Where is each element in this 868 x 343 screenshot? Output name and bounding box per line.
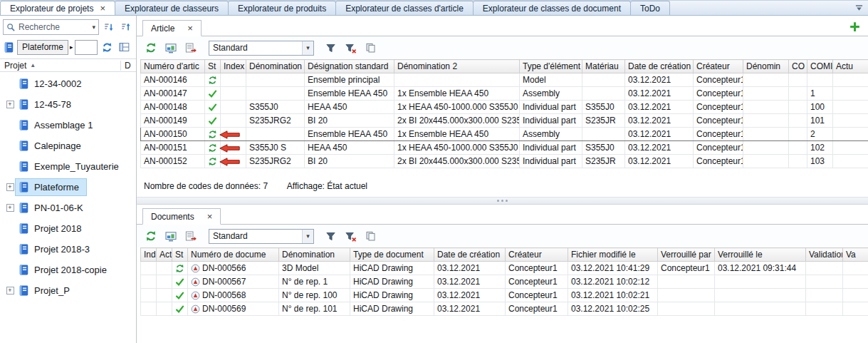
- tab-documents[interactable]: Documents ×: [142, 208, 221, 225]
- tree-item-body[interactable]: 12-34-0002: [16, 76, 89, 92]
- tree-item[interactable]: +Projet_P: [0, 280, 136, 301]
- expand-plus-icon[interactable]: +: [6, 204, 14, 212]
- column-header[interactable]: Verrouillé par: [658, 248, 715, 262]
- clear-filter-icon[interactable]: [343, 40, 358, 56]
- result-list-icon[interactable]: [163, 228, 179, 244]
- expander-icon[interactable]: +: [4, 204, 16, 212]
- tree-item-body[interactable]: Assemblage 1: [16, 117, 100, 133]
- column-header[interactable]: Date de création: [625, 60, 694, 73]
- tree-item[interactable]: Projet 2018-3: [0, 239, 136, 260]
- structure-view-icon[interactable]: [117, 40, 132, 55]
- tree-item[interactable]: Projet 2018: [0, 218, 136, 239]
- column-header[interactable]: Dénomination: [279, 248, 350, 262]
- result-list-icon[interactable]: [163, 40, 179, 56]
- tree-item[interactable]: +12-45-78: [0, 94, 136, 115]
- column-header[interactable]: Fichier modifié le: [568, 248, 658, 262]
- column-header[interactable]: Dénomin: [743, 60, 789, 73]
- add-icon[interactable]: [849, 21, 860, 32]
- filter-combobox[interactable]: Standard ▾: [209, 229, 314, 244]
- column-header[interactable]: Validation: [806, 248, 843, 262]
- document-row[interactable]: DN-0005663D ModelHiCAD Drawing03.12.2021…: [141, 262, 868, 275]
- column-header[interactable]: Ind: [141, 248, 157, 262]
- tree-item-body[interactable]: Projet_P: [16, 282, 77, 299]
- tree-column-projet[interactable]: Projet ▲: [4, 61, 120, 71]
- project-filter-input[interactable]: [75, 40, 98, 55]
- column-header[interactable]: Matériau: [582, 60, 625, 73]
- column-header[interactable]: Type d'élément: [520, 60, 582, 73]
- article-row[interactable]: AN-000151S355J0 SHEAA 4501x HEAA 450-100…: [141, 141, 868, 155]
- filter-icon[interactable]: [323, 228, 338, 244]
- expand-plus-icon[interactable]: +: [6, 101, 14, 108]
- document-row[interactable]: DN-000567N° de rep. 1HiCAD Drawing03.12.…: [141, 275, 868, 289]
- tree-item[interactable]: Calepinage: [0, 135, 136, 156]
- tree-item-body[interactable]: Projet 2018-copie: [16, 262, 114, 278]
- clear-filter-icon[interactable]: [343, 228, 358, 244]
- column-header[interactable]: St: [172, 248, 188, 262]
- main-tab[interactable]: ToDo: [630, 1, 670, 15]
- close-icon[interactable]: ×: [100, 4, 105, 13]
- main-tab[interactable]: Explorateur de classes d'article: [335, 1, 474, 15]
- tree-item-body[interactable]: PN-01-06-K: [16, 200, 90, 216]
- column-header[interactable]: Index: [221, 60, 246, 73]
- sort-ascending-icon[interactable]: [118, 20, 133, 35]
- column-header[interactable]: Date de création: [434, 248, 506, 262]
- tree-item-body[interactable]: 12-45-78: [16, 96, 78, 113]
- chevron-down-icon[interactable]: ▾: [302, 230, 313, 243]
- chevron-down-icon[interactable]: ▾: [92, 24, 95, 31]
- article-row[interactable]: AN-000148S355J0HEAA 4501x HEAA 450-1000.…: [141, 101, 868, 114]
- column-header[interactable]: Dénomination 2: [394, 60, 520, 73]
- refresh-project-icon[interactable]: [100, 40, 115, 55]
- chevron-down-icon[interactable]: ▾: [302, 41, 313, 55]
- filter-combobox[interactable]: Standard ▾: [209, 41, 314, 56]
- document-row[interactable]: DN-000568N° de rep. 100HiCAD Drawing03.1…: [141, 289, 868, 302]
- column-header[interactable]: St: [205, 60, 221, 73]
- tab-article[interactable]: Article ×: [142, 20, 202, 36]
- article-row[interactable]: AN-000150Ensemble HEAA 4501x Ensemble HE…: [141, 128, 868, 141]
- tree-item-body[interactable]: Exemple_Tuyauterie: [16, 158, 126, 175]
- column-header[interactable]: COMI: [807, 60, 833, 73]
- close-icon[interactable]: ×: [187, 24, 193, 33]
- sort-descending-icon[interactable]: [101, 20, 116, 35]
- column-header[interactable]: Va: [843, 248, 868, 262]
- project-filter[interactable]: Plateforme ▸: [17, 40, 98, 55]
- tree-item[interactable]: +Plateforme: [0, 177, 136, 198]
- filter-icon[interactable]: [323, 40, 338, 56]
- project-filter-label[interactable]: Plateforme: [17, 40, 68, 55]
- tree-item[interactable]: Exemple_Tuyauterie: [0, 156, 136, 177]
- column-header[interactable]: Numéro de docume: [188, 248, 279, 262]
- article-row[interactable]: AN-000147Ensemble HEAA 4501x Ensemble HE…: [141, 87, 868, 101]
- tree-column-d[interactable]: D: [120, 61, 132, 71]
- column-header[interactable]: CO: [789, 60, 807, 73]
- column-header[interactable]: Créateur: [506, 248, 568, 262]
- expand-plus-icon[interactable]: +: [6, 183, 14, 191]
- column-header[interactable]: Act: [157, 248, 172, 262]
- column-header[interactable]: Dénomination: [246, 60, 305, 73]
- filter-settings-icon[interactable]: [362, 40, 378, 56]
- tree-item[interactable]: 12-34-0002: [0, 73, 136, 94]
- refresh-icon[interactable]: [143, 40, 159, 56]
- main-tab[interactable]: Explorateur de classes de document: [473, 1, 631, 15]
- tree-item-body[interactable]: Calepinage: [16, 138, 88, 154]
- tree-item-body[interactable]: Plateforme: [16, 179, 86, 195]
- tree-item[interactable]: Projet 2018-copie: [0, 260, 136, 280]
- main-tab[interactable]: Explorateur de classeurs: [115, 1, 229, 15]
- expander-icon[interactable]: +: [4, 101, 16, 108]
- filter-settings-icon[interactable]: [362, 228, 378, 244]
- article-row[interactable]: AN-000149S235JRG2BI 202x BI 20x445.000x3…: [141, 114, 868, 128]
- tree-item-body[interactable]: Projet 2018-3: [16, 241, 97, 257]
- column-header[interactable]: Type de document: [350, 248, 434, 262]
- pane-splitter[interactable]: [137, 197, 868, 205]
- article-row[interactable]: AN-000146Ensemble principalModel03.12.20…: [141, 73, 868, 87]
- column-header[interactable]: Désignation standard: [305, 60, 394, 73]
- tree-item-body[interactable]: Projet 2018: [16, 220, 89, 237]
- document-row[interactable]: DN-000569N° de rep. 101HiCAD Drawing03.1…: [141, 302, 868, 316]
- expander-icon[interactable]: +: [4, 287, 16, 295]
- tree-item[interactable]: +PN-01-06-K: [0, 198, 136, 218]
- print-export-icon[interactable]: [183, 228, 199, 244]
- article-row[interactable]: AN-000152S235JRG2BI 202x BI 20x445.000x3…: [141, 155, 868, 168]
- print-export-icon[interactable]: [183, 40, 199, 56]
- expander-icon[interactable]: +: [4, 183, 16, 191]
- column-header[interactable]: Actu: [833, 60, 868, 73]
- tabbar-collapse-icon[interactable]: [854, 4, 864, 12]
- main-tab[interactable]: Explorateur de projets×: [0, 1, 115, 15]
